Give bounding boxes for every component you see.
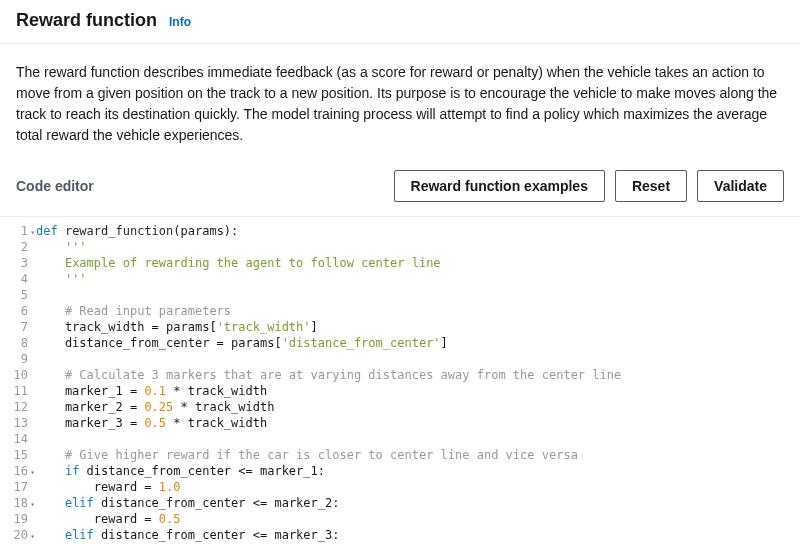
fold-icon[interactable]: ▾ [30, 497, 35, 513]
line-number: 1▾ [6, 223, 28, 239]
line-number: 2 [6, 239, 28, 255]
code-line[interactable] [36, 431, 788, 447]
code-line[interactable]: track_width = params['track_width'] [36, 319, 788, 335]
line-number: 10 [6, 367, 28, 383]
code-line[interactable] [36, 287, 788, 303]
code-line[interactable]: distance_from_center = params['distance_… [36, 335, 788, 351]
reset-button[interactable]: Reset [615, 170, 687, 202]
code-line[interactable]: elif distance_from_center <= marker_3: [36, 527, 788, 543]
section-header: Reward function Info [0, 0, 800, 44]
line-number: 6 [6, 303, 28, 319]
code-line[interactable] [36, 351, 788, 367]
line-number: 13 [6, 415, 28, 431]
line-number: 8 [6, 335, 28, 351]
line-number: 14 [6, 431, 28, 447]
line-number: 18▾ [6, 495, 28, 511]
code-line[interactable]: marker_3 = 0.5 * track_width [36, 415, 788, 431]
line-number: 3 [6, 255, 28, 271]
code-line[interactable]: elif distance_from_center <= marker_2: [36, 495, 788, 511]
validate-button[interactable]: Validate [697, 170, 784, 202]
line-number: 5 [6, 287, 28, 303]
line-number: 19 [6, 511, 28, 527]
fold-icon[interactable]: ▾ [30, 465, 35, 481]
examples-button[interactable]: Reward function examples [394, 170, 605, 202]
code-line[interactable]: marker_2 = 0.25 * track_width [36, 399, 788, 415]
code-line[interactable]: def reward_function(params): [36, 223, 788, 239]
line-number: 9 [6, 351, 28, 367]
code-line[interactable]: reward = 0.5 [36, 511, 788, 527]
line-number: 17 [6, 479, 28, 495]
code-line[interactable]: # Calculate 3 markers that are at varyin… [36, 367, 788, 383]
editor-toolbar: Code editor Reward function examples Res… [0, 164, 800, 216]
code-line[interactable]: # Read input parameters [36, 303, 788, 319]
line-number: 16▾ [6, 463, 28, 479]
code-line[interactable]: Example of rewarding the agent to follow… [36, 255, 788, 271]
fold-icon[interactable]: ▾ [30, 225, 35, 241]
code-line[interactable]: marker_1 = 0.1 * track_width [36, 383, 788, 399]
section-title: Reward function [16, 10, 157, 31]
line-number: 11 [6, 383, 28, 399]
code-editor[interactable]: 1▾2345678910111213141516▾1718▾1920▾2122▾… [0, 216, 800, 544]
editor-label: Code editor [16, 178, 394, 194]
line-number: 7 [6, 319, 28, 335]
code-line[interactable]: reward = 1.0 [36, 479, 788, 495]
line-number: 4 [6, 271, 28, 287]
code-line[interactable]: ''' [36, 239, 788, 255]
line-number: 15 [6, 447, 28, 463]
line-gutter: 1▾2345678910111213141516▾1718▾1920▾2122▾… [0, 223, 36, 544]
section-description: The reward function describes immediate … [0, 44, 800, 164]
code-line[interactable]: # Give higher reward if the car is close… [36, 447, 788, 463]
code-line[interactable]: if distance_from_center <= marker_1: [36, 463, 788, 479]
line-number: 12 [6, 399, 28, 415]
code-area[interactable]: def reward_function(params): ''' Example… [36, 223, 800, 544]
fold-icon[interactable]: ▾ [30, 529, 35, 544]
code-line[interactable]: ''' [36, 271, 788, 287]
toolbar-buttons: Reward function examples Reset Validate [394, 170, 784, 202]
line-number: 20▾ [6, 527, 28, 543]
info-link[interactable]: Info [169, 15, 191, 29]
